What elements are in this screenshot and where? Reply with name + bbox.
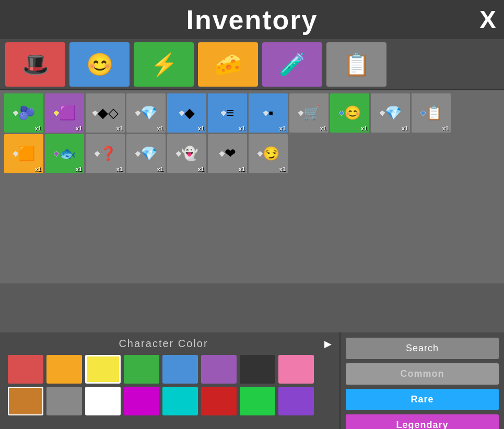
svg-marker-0: [13, 111, 18, 116]
cell-icon: 📋: [426, 105, 442, 121]
rarity-diamond-icon: [298, 111, 303, 116]
rarity-diamond-icon: [54, 111, 59, 116]
cell-icon: 👻: [181, 146, 198, 162]
svg-marker-6: [263, 111, 268, 116]
cell-icon: 🛒: [303, 105, 320, 121]
cell-icon: 💎: [140, 105, 157, 121]
svg-marker-14: [135, 151, 140, 157]
cell-count: x1: [361, 125, 367, 132]
svg-marker-2: [92, 111, 98, 116]
cell-icon: 🟪: [59, 105, 76, 121]
featured-item-smiley-face[interactable]: 😊: [69, 42, 130, 87]
inv-cell-0-10[interactable]: 📋x1: [412, 93, 451, 133]
page-title: Inventory: [186, 4, 318, 35]
inv-cell-1-4[interactable]: 👻x1: [167, 134, 206, 173]
cell-count: x1: [157, 125, 163, 132]
color-swatch-row2-4[interactable]: [162, 387, 198, 415]
cell-count: x1: [116, 166, 123, 172]
inventory-row-1: 🟧x1🐟x1❓x1💎x1👻x1❤x1😏x1: [4, 134, 500, 173]
color-swatch-row1-4[interactable]: [162, 355, 198, 384]
rarity-diamond-icon: [176, 151, 181, 157]
color-swatch-row1-6[interactable]: [240, 355, 275, 384]
inv-cell-0-9[interactable]: 💎x1: [371, 93, 410, 133]
featured-item-green-shape[interactable]: ⚡: [134, 42, 194, 87]
color-swatch-row1-1[interactable]: [46, 355, 82, 384]
rarity-diamond-icon: [92, 111, 98, 116]
featured-item-lab-flask[interactable]: 🧪: [262, 42, 322, 87]
rarity-diamond-icon: [219, 151, 225, 157]
inv-cell-0-4[interactable]: ◆x1: [167, 93, 206, 133]
color-swatch-row2-2[interactable]: [85, 387, 121, 415]
color-swatch-row2-0[interactable]: [8, 387, 43, 415]
cell-count: x1: [198, 166, 204, 172]
cell-count: x1: [442, 125, 449, 132]
rarity-diamond-icon: [263, 111, 268, 116]
inventory-area: 🫐x1🟪x1◆◇x1💎x1◆x1≡x1▪x1🛒x1😊x1💎x1📋x1🟧x1🐟x1…: [0, 90, 504, 283]
cell-icon: ◆◇: [98, 105, 119, 121]
search-button[interactable]: Search: [346, 338, 499, 359]
color-swatch-row1-5[interactable]: [201, 355, 237, 384]
rarity-diamond-icon: [339, 111, 344, 116]
color-swatch-row2-7[interactable]: [278, 387, 314, 415]
rare-filter-button[interactable]: Rare: [346, 389, 499, 410]
color-swatch-row2-3[interactable]: [124, 387, 159, 415]
rarity-diamond-icon: [95, 151, 100, 157]
svg-marker-7: [298, 111, 303, 116]
color-grid: [8, 355, 332, 415]
rarity-diamond-icon: [257, 151, 263, 157]
inv-cell-0-0[interactable]: 🫐x1: [4, 93, 43, 133]
bottom-panel: Character Color ▶ Search Common Rare Leg…: [0, 332, 504, 429]
cell-count: x1: [239, 125, 245, 132]
featured-item-clipboard[interactable]: 📋: [326, 42, 386, 87]
svg-marker-3: [135, 111, 140, 116]
rarity-diamond-icon: [135, 111, 140, 116]
color-arrow-button[interactable]: ▶: [324, 338, 332, 350]
color-panel: Character Color ▶: [0, 332, 339, 429]
common-filter-button[interactable]: Common: [346, 363, 499, 385]
inv-cell-0-5[interactable]: ≡x1: [208, 93, 247, 133]
cell-icon: ◆: [184, 105, 195, 121]
featured-item-cheese[interactable]: 🧀: [198, 42, 258, 87]
cell-icon: ❤: [225, 146, 236, 162]
inv-cell-1-1[interactable]: 🐟x1: [45, 134, 84, 173]
cell-count: x1: [402, 125, 408, 132]
color-swatch-row1-7[interactable]: [278, 355, 314, 384]
inv-cell-1-0[interactable]: 🟧x1: [4, 134, 43, 173]
color-swatch-row1-3[interactable]: [124, 355, 159, 384]
inv-cell-0-3[interactable]: 💎x1: [126, 93, 166, 133]
inv-cell-1-6[interactable]: 😏x1: [249, 134, 288, 173]
inv-cell-0-1[interactable]: 🟪x1: [45, 93, 84, 133]
cell-count: x1: [76, 125, 82, 132]
cell-count: x1: [35, 166, 41, 172]
cell-count: x1: [239, 166, 245, 172]
color-swatch-row2-1[interactable]: [46, 387, 82, 415]
color-swatch-row2-5[interactable]: [201, 387, 237, 415]
color-swatch-row1-0[interactable]: [8, 355, 43, 384]
inv-cell-1-2[interactable]: ❓x1: [86, 134, 125, 173]
svg-marker-10: [420, 111, 426, 116]
cell-count: x1: [76, 166, 82, 172]
inv-cell-0-6[interactable]: ▪x1: [249, 93, 288, 133]
color-swatch-row2-6[interactable]: [240, 387, 275, 415]
inv-cell-1-5[interactable]: ❤x1: [208, 134, 247, 173]
svg-marker-5: [221, 111, 226, 116]
inv-cell-1-3[interactable]: 💎x1: [126, 134, 166, 173]
cell-icon: ▪: [268, 105, 273, 121]
svg-marker-4: [179, 111, 184, 116]
inv-cell-0-8[interactable]: 😊x1: [330, 93, 369, 133]
cell-count: x1: [279, 166, 286, 172]
inventory-row-0: 🫐x1🟪x1◆◇x1💎x1◆x1≡x1▪x1🛒x1😊x1💎x1📋x1: [4, 93, 500, 133]
rarity-diamond-icon: [13, 111, 18, 116]
color-title-row: Character Color ▶: [8, 338, 332, 350]
inv-cell-0-2[interactable]: ◆◇x1: [86, 93, 125, 133]
close-button[interactable]: X: [479, 7, 496, 32]
svg-marker-17: [257, 151, 263, 157]
inv-cell-0-7[interactable]: 🛒x1: [289, 93, 329, 133]
cell-count: x1: [116, 125, 123, 132]
featured-item-red-hat[interactable]: 🎩: [5, 42, 65, 87]
cell-icon: 😏: [263, 146, 279, 162]
svg-marker-9: [380, 111, 385, 116]
color-swatch-row1-2[interactable]: [85, 355, 121, 384]
legendary-filter-button[interactable]: Legendary: [346, 414, 499, 429]
rarity-diamond-icon: [380, 111, 385, 116]
